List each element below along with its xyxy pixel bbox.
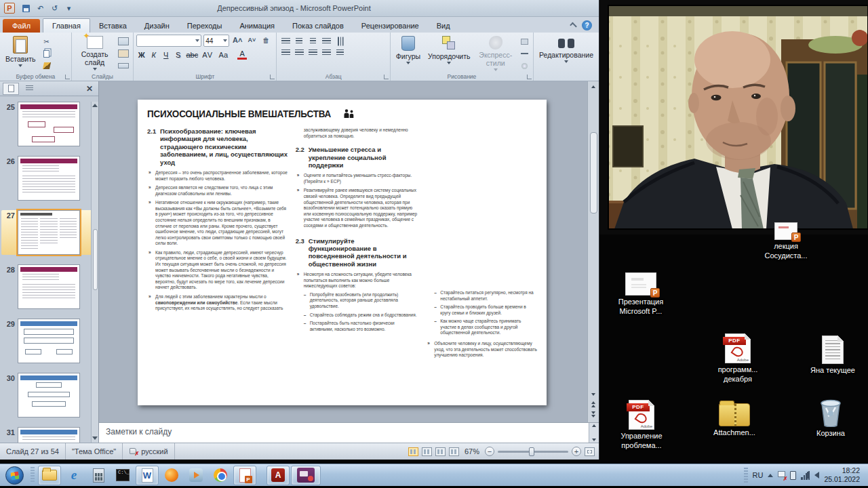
volume-icon[interactable] (814, 472, 819, 479)
numbering-button[interactable] (293, 36, 305, 47)
slide-27[interactable]: ПСИХОСОЦИАЛЬНЫЕ ВМЕШАТЕЛЬСТВА 2.1 Психоо… (138, 100, 547, 405)
layout-button[interactable] (117, 36, 130, 47)
decrease-indent-button[interactable] (307, 36, 319, 47)
qat-dropdown-button[interactable]: ▾ (63, 3, 75, 14)
zoom-percentage[interactable]: 67% (465, 447, 479, 455)
shape-effects-button[interactable] (518, 60, 530, 71)
paste-button[interactable]: Вставить (3, 35, 39, 71)
drawing-dialog-launcher[interactable] (527, 75, 532, 79)
text-shadow-button[interactable]: S (173, 51, 183, 59)
zoom-out-button[interactable]: − (485, 447, 494, 456)
arrange-button[interactable]: Упорядочить (425, 35, 473, 73)
device-icon[interactable] (790, 471, 796, 480)
taskbar-internet-explorer[interactable]: e (62, 466, 85, 485)
redo-button[interactable]: ↺ (49, 3, 60, 14)
zoom-slider[interactable] (498, 451, 568, 453)
zoom-slider-thumb[interactable] (529, 447, 534, 456)
fit-to-window-button[interactable] (585, 447, 595, 456)
shapes-button[interactable]: Фигуры (393, 35, 423, 73)
align-center-button[interactable] (293, 47, 305, 58)
theme-indicator[interactable]: "Тема Office" (66, 443, 123, 460)
taskbar-media-player[interactable] (184, 466, 208, 485)
start-button[interactable] (5, 466, 24, 485)
undo-button[interactable]: ↶ (35, 3, 46, 14)
webcam-video-window[interactable] (599, 0, 868, 235)
outline-tab[interactable] (21, 83, 37, 95)
notes-scrollbar[interactable] (589, 423, 599, 443)
reading-view-button[interactable] (435, 447, 446, 456)
strikethrough-button[interactable]: abc (185, 51, 199, 59)
grow-font-button[interactable]: A˄ (231, 35, 243, 45)
show-hidden-icons-button[interactable] (768, 474, 773, 477)
help-button[interactable]: ? (582, 20, 592, 30)
reset-button[interactable] (117, 48, 130, 59)
bullets-button[interactable] (279, 36, 292, 47)
taskbar-recorder[interactable] (291, 466, 321, 485)
line-spacing-button[interactable] (320, 36, 332, 47)
new-slide-button[interactable]: Создать слайд (75, 35, 115, 72)
desktop-icon-attachments[interactable]: Attachmen... (705, 403, 764, 438)
shrink-font-button[interactable]: A˅ (245, 35, 258, 45)
taskbar-chrome[interactable] (209, 466, 232, 485)
tab-transitions[interactable]: Переходы (178, 19, 231, 33)
font-color-button[interactable]: А (237, 49, 247, 60)
editing-button[interactable]: Редактирование (536, 35, 596, 64)
desktop-icon-yana[interactable]: Яна текущее (804, 336, 862, 375)
tab-design[interactable]: Дизайн (136, 19, 178, 33)
align-right-button[interactable] (307, 47, 319, 58)
character-spacing-button[interactable]: AV (201, 51, 214, 59)
taskbar-command-prompt[interactable]: C:\_ (111, 466, 134, 485)
powerpoint-app-icon[interactable]: P (4, 3, 15, 14)
slide-thumbnail-30[interactable]: 30 (1, 373, 96, 418)
columns-button[interactable] (334, 47, 346, 58)
language-indicator[interactable]: RU (753, 471, 764, 479)
font-dialog-launcher[interactable] (270, 75, 275, 79)
slide-counter[interactable]: Слайд 27 из 54 (0, 443, 66, 460)
taskbar-calculator[interactable] (87, 466, 110, 485)
tab-view[interactable]: Вид (428, 19, 459, 33)
action-center-icon[interactable] (778, 471, 785, 480)
slide-thumbnail-31[interactable]: 31 (1, 427, 96, 443)
notes-pane[interactable]: Заметки к слайду (99, 422, 599, 443)
tab-insert[interactable]: Вставка (90, 19, 136, 33)
slide-thumbnail-29[interactable]: 29 (1, 319, 96, 363)
format-painter-button[interactable] (41, 60, 53, 71)
desktop-icon-upravlenie[interactable]: PDFAdobe Управлениепроблема... (612, 400, 671, 451)
tab-home[interactable]: Главная (43, 18, 90, 33)
next-slide-button[interactable] (589, 409, 599, 420)
taskbar-powerpoint[interactable] (233, 466, 256, 485)
close-panel-button[interactable]: ✕ (83, 84, 96, 94)
editor-scrollbar[interactable] (587, 81, 599, 422)
tab-animations[interactable]: Анимация (231, 19, 283, 33)
clipboard-dialog-launcher[interactable] (65, 75, 70, 79)
quick-styles-button[interactable]: Экспресс-стили (475, 35, 517, 73)
clock[interactable]: 18:22 25.01.2022 (824, 466, 860, 484)
copy-button[interactable] (41, 48, 53, 59)
font-name-select[interactable] (136, 35, 201, 47)
collapse-ribbon-icon[interactable] (570, 22, 577, 29)
normal-view-button[interactable] (408, 447, 418, 456)
clear-formatting-button[interactable]: 🗑 (260, 35, 272, 45)
title-bar[interactable]: P ↶ ↺ ▾ Депрессивный эпизод - Microsoft … (0, 0, 599, 17)
font-size-select[interactable]: 44 (203, 35, 229, 47)
shape-fill-button[interactable] (518, 36, 530, 47)
desktop-icon-recycle-bin[interactable]: Корзина (802, 399, 860, 439)
tab-file[interactable]: Файл (3, 19, 40, 33)
spellcheck-indicator[interactable]: русский (123, 443, 174, 460)
align-left-button[interactable] (279, 47, 292, 58)
desktop-icon-programma[interactable]: PDFAdobe программ...декабря (709, 333, 767, 384)
slide-thumbnail-25[interactable]: 25 (1, 102, 96, 146)
scroll-down-button[interactable] (589, 389, 599, 399)
paragraph-dialog-launcher[interactable] (384, 75, 389, 79)
slideshow-view-button[interactable] (449, 447, 459, 456)
save-button[interactable] (20, 3, 32, 14)
shape-outline-button[interactable] (518, 48, 530, 59)
section-button[interactable] (117, 60, 130, 71)
editor-scroll-thumb[interactable] (590, 132, 597, 214)
previous-slide-button[interactable] (589, 399, 599, 409)
taskbar-explorer[interactable] (38, 466, 61, 485)
panel-scrollbar[interactable] (91, 102, 98, 443)
desktop-icon-presentation[interactable]: P ПрезентацияMicrosoft P... (612, 272, 670, 317)
taskbar-firefox[interactable] (160, 466, 183, 485)
bold-button[interactable]: Ж (136, 51, 146, 59)
